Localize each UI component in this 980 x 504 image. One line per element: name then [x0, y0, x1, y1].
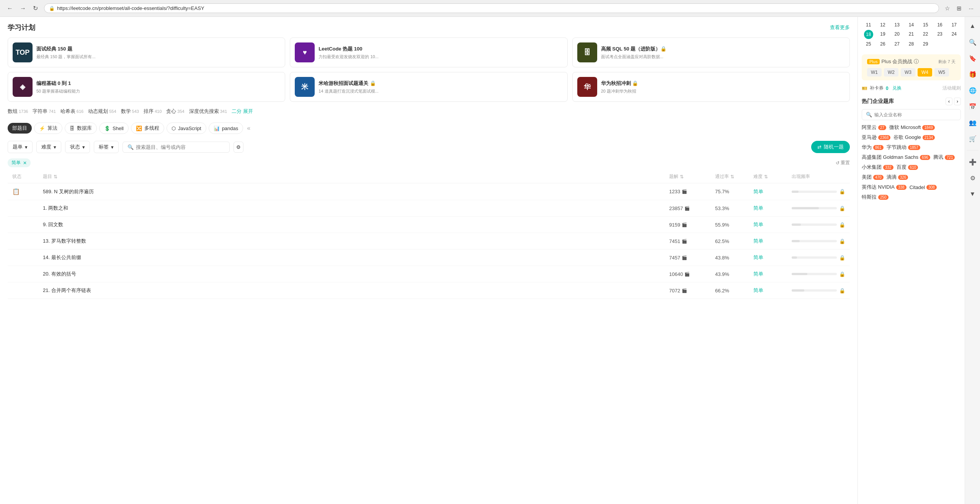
company-tag[interactable]: 华为 861 [862, 144, 884, 151]
search-input[interactable] [136, 144, 225, 150]
forward-button[interactable]: → [18, 4, 28, 13]
calendar-day-28[interactable]: 28 [905, 40, 918, 48]
table-row[interactable]: 13. 罗马数字转整数 7451 🎬 62.5% 简单 🔒 [8, 233, 850, 250]
week-button-W2[interactable]: W2 [884, 68, 898, 77]
difficulty-filter[interactable]: 难度 ▾ [36, 141, 61, 153]
company-next-button[interactable]: › [954, 98, 961, 105]
table-row[interactable]: 21. 合并两个有序链表 7072 🎬 66.2% 简单 🔒 [8, 282, 850, 299]
calendar-day-11[interactable]: 11 [862, 21, 875, 29]
tag-item-8[interactable]: 二分 展开 [232, 108, 253, 115]
calendar-day-20[interactable]: 20 [890, 30, 904, 39]
plan-card-mihoyo[interactable]: 米 米哈游秋招面试题通关 🔒 14 道真题打造沉浸式笔面试模... [290, 72, 567, 102]
settings-icon[interactable]: ⚙ [967, 172, 979, 184]
add-icon[interactable]: ➕ [967, 156, 979, 168]
company-tag[interactable]: Citadel 308 [910, 184, 937, 190]
scroll-up-icon[interactable]: ▲ [967, 20, 979, 32]
tag-item-0[interactable]: 数组 1736 [8, 108, 28, 115]
refresh-button[interactable]: ↻ [31, 4, 40, 13]
calendar-day-15[interactable]: 15 [919, 21, 932, 29]
tags-filter[interactable]: 标签 ▾ [94, 141, 119, 153]
random-button[interactable]: ⇄ 随机一题 [811, 141, 850, 153]
calendar-day-26[interactable]: 26 [876, 40, 889, 48]
company-tag[interactable]: 亚马逊 2368 [862, 134, 890, 141]
table-row[interactable]: 20. 有效的括号 10640 🎬 43.9% 简单 🔒 [8, 266, 850, 282]
header-pass-rate[interactable]: 通过率 ⇅ [715, 173, 753, 180]
extensions-button[interactable]: ⊞ [955, 4, 964, 13]
tag-item-4[interactable]: 数学 543 [121, 108, 139, 115]
company-search-input[interactable] [874, 112, 957, 117]
calendar-day-25[interactable]: 25 [862, 40, 875, 48]
back-button[interactable]: ← [5, 4, 15, 13]
week-button-W5[interactable]: W5 [934, 68, 949, 77]
week-button-W4[interactable]: W4 [918, 68, 932, 77]
company-tag[interactable]: 小米集团 332 [862, 164, 893, 171]
company-tag[interactable]: 滴滴 326 [887, 174, 908, 181]
calendar-day-23[interactable]: 23 [933, 30, 946, 39]
remove-tag-button[interactable]: ✕ [23, 160, 27, 166]
filter-tab-shell[interactable]: 💲 Shell [99, 122, 129, 134]
calendar-day-29[interactable]: 29 [919, 40, 932, 48]
calendar-day-16[interactable]: 16 [933, 21, 946, 29]
tag-item-3[interactable]: 动态规划 554 [88, 108, 116, 115]
company-tag[interactable]: 阿里云 27 [862, 124, 886, 131]
cart-icon[interactable]: 🛒 [967, 132, 979, 145]
globe-icon[interactable]: 🌐 [967, 84, 979, 96]
company-tag[interactable]: 英伟达 NVIDIA 338 [862, 184, 906, 191]
company-tag[interactable]: 字节跳动 1857 [887, 144, 920, 151]
filter-tab-algorithm[interactable]: ⚡ 算法 [34, 122, 62, 134]
menu-button[interactable]: ··· [967, 4, 975, 12]
tag-item-6[interactable]: 贪心 354 [166, 108, 184, 115]
company-tag[interactable]: 高盛集团 Goldman Sachs 696 [862, 154, 930, 161]
calendar-day-13[interactable]: 13 [890, 21, 904, 29]
tag-item-1[interactable]: 字符串 741 [33, 108, 56, 115]
company-tag[interactable]: 腾讯 721 [933, 154, 955, 161]
table-row[interactable]: 9. 回文数 9159 🎬 55.9% 简单 🔒 [8, 217, 850, 233]
tag-item-5[interactable]: 排序 410 [144, 108, 162, 115]
view-more-link[interactable]: 查看更多 [830, 24, 850, 31]
settings-button[interactable]: ⚙ [234, 142, 243, 153]
calendar-day-21[interactable]: 21 [905, 30, 918, 39]
company-tag[interactable]: 微软 Microsoft 1849 [889, 124, 935, 131]
plan-card-top150[interactable]: TOP 面试经典 150 题 最经典 150 题，掌握面试所有... [8, 38, 285, 67]
users-icon[interactable]: 👥 [967, 116, 979, 129]
status-filter[interactable]: 状态 ▾ [65, 141, 90, 153]
tag-item-7[interactable]: 深度优先搜索 341 [189, 108, 227, 115]
company-prev-button[interactable]: ‹ [946, 98, 952, 105]
plan-card-hot100[interactable]: ♥ LeetCode 热题 100 力扣最受欢迎发烧友双迎的 10... [290, 38, 567, 67]
calendar-icon[interactable]: 📅 [967, 100, 979, 113]
calendar-day-17[interactable]: 17 [947, 21, 961, 29]
tag-expand[interactable]: 二分 展开 [232, 108, 253, 115]
problem-title[interactable]: 13. 罗马数字转整数 [43, 238, 669, 245]
plan-card-huawei[interactable]: 华 华为秋招冲刺 🔒 20 题冲刺华为秋招 [572, 72, 850, 102]
all-tab[interactable]: 部题目 [8, 123, 32, 134]
problem-title[interactable]: 20. 有效的括号 [43, 271, 669, 277]
search-icon[interactable]: 🔍 [967, 36, 979, 48]
table-row[interactable]: 1. 两数之和 23857 🎬 53.3% 简单 🔒 [8, 200, 850, 217]
url-input[interactable] [57, 5, 934, 11]
gift-icon[interactable]: 🎁 [967, 68, 979, 80]
company-tag[interactable]: 谷歌 Google 2134 [893, 134, 935, 141]
calendar-day-14[interactable]: 14 [905, 21, 918, 29]
filter-tab-database[interactable]: 🗄 数据库 [65, 122, 97, 134]
header-difficulty[interactable]: 难度 ⇅ [753, 173, 792, 180]
problem-title[interactable]: 1. 两数之和 [43, 205, 669, 212]
calendar-day-12[interactable]: 12 [876, 21, 889, 29]
company-tag[interactable]: 特斯拉 250 [862, 194, 889, 201]
browser-navigation[interactable]: ← → ↻ [5, 4, 40, 13]
problem-title[interactable]: 9. 回文数 [43, 221, 669, 228]
calendar-day-19[interactable]: 19 [876, 30, 889, 39]
filter-tab-javascript[interactable]: ⬡ JavaScript [167, 122, 206, 134]
calendar-day-18[interactable]: 18 [864, 30, 873, 39]
problem-title[interactable]: 589. N 叉树的前序遍历 [43, 188, 669, 195]
exchange-button[interactable]: 兑换 [892, 85, 902, 91]
header-solutions[interactable]: 题解 ⇅ [669, 173, 715, 180]
star-button[interactable]: ☆ [943, 4, 952, 13]
filter-tab-pandas[interactable]: 📊 pandas [209, 122, 243, 134]
company-tag[interactable]: 美团 470 [862, 174, 884, 181]
filter-tab-multithread[interactable]: 🔀 多线程 [131, 122, 164, 134]
tag-item-2[interactable]: 哈希表 616 [60, 108, 83, 115]
calendar-day-22[interactable]: 22 [919, 30, 932, 39]
reset-button[interactable]: ↺ 重置 [836, 160, 850, 166]
plan-card-sql50[interactable]: 🗄 高频 SQL 50 题（进阶版）🔒 面试考点全面涵盖应对高阶数据... [572, 38, 850, 67]
calendar-day-24[interactable]: 24 [947, 30, 961, 39]
